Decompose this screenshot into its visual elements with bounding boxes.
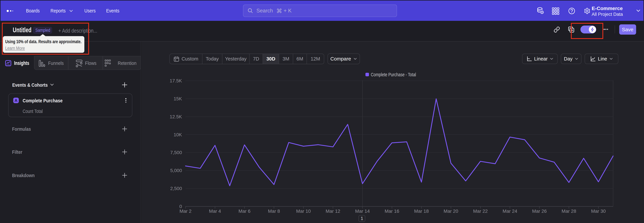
svg-text:2,500: 2,500 [170, 186, 182, 191]
svg-text:Mar 20: Mar 20 [444, 208, 458, 214]
svg-text:Mar 4: Mar 4 [209, 208, 221, 214]
svg-text:Mar 28: Mar 28 [562, 208, 576, 214]
svg-text:15K: 15K [174, 96, 182, 101]
svg-text:17.5K: 17.5K [170, 78, 182, 83]
svg-text:0: 0 [179, 204, 182, 209]
svg-text:Mar 24: Mar 24 [502, 208, 517, 214]
svg-text:7,500: 7,500 [170, 150, 182, 155]
svg-text:Mar 10: Mar 10 [296, 208, 311, 214]
svg-text:Mar 16: Mar 16 [384, 208, 399, 214]
svg-text:Mar 8: Mar 8 [268, 208, 280, 214]
svg-text:Mar 18: Mar 18 [414, 208, 429, 214]
svg-text:Mar 6: Mar 6 [238, 208, 250, 214]
svg-text:10K: 10K [174, 132, 182, 137]
svg-text:Mar 12: Mar 12 [326, 208, 340, 214]
svg-text:Mar 26: Mar 26 [532, 208, 547, 214]
svg-text:12.5K: 12.5K [170, 114, 182, 119]
svg-text:Mar 14: Mar 14 [355, 208, 370, 214]
svg-text:Mar 2: Mar 2 [180, 208, 192, 214]
svg-text:Mar 22: Mar 22 [473, 208, 488, 214]
svg-text:5,000: 5,000 [170, 168, 182, 173]
svg-text:Mar 30: Mar 30 [591, 208, 606, 214]
